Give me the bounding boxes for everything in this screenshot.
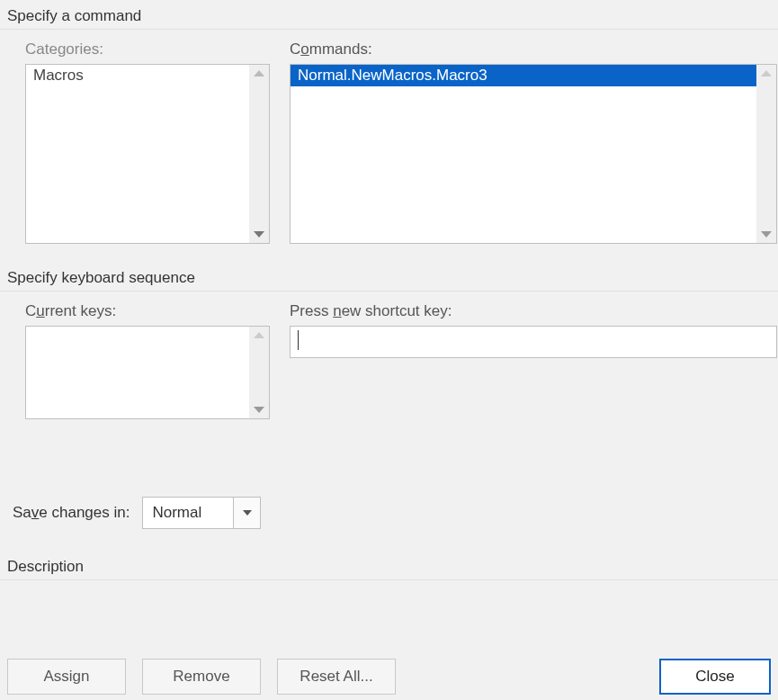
commands-label: Commands: xyxy=(290,40,777,58)
select-dropdown-button[interactable] xyxy=(233,498,260,528)
scrollbar[interactable] xyxy=(756,65,776,243)
scroll-up-icon[interactable] xyxy=(254,332,264,338)
commands-listbox[interactable]: Normal.NewMacros.Macro3 xyxy=(290,64,777,244)
scroll-up-icon[interactable] xyxy=(761,70,772,76)
scroll-down-icon[interactable] xyxy=(254,407,264,413)
reset-all-button[interactable]: Reset All... xyxy=(277,659,396,695)
remove-button[interactable]: Remove xyxy=(142,659,261,695)
divider xyxy=(0,291,778,292)
scroll-down-icon[interactable] xyxy=(254,231,264,238)
divider xyxy=(0,29,778,30)
scrollbar[interactable] xyxy=(249,65,269,243)
divider xyxy=(0,579,778,580)
assign-button[interactable]: Assign xyxy=(7,659,126,695)
new-shortcut-input[interactable] xyxy=(290,326,777,358)
section-specify-sequence: Specify keyboard sequence xyxy=(0,262,778,291)
list-item[interactable]: Macros xyxy=(26,65,269,86)
section-specify-command: Specify a command xyxy=(0,0,778,29)
close-button[interactable]: Close xyxy=(659,659,771,695)
scroll-up-icon[interactable] xyxy=(254,70,264,76)
section-description: Description xyxy=(0,551,778,579)
current-keys-listbox[interactable] xyxy=(25,326,270,419)
scrollbar[interactable] xyxy=(249,327,269,418)
text-caret xyxy=(298,330,299,350)
chevron-down-icon xyxy=(243,510,252,516)
categories-label: Categories: xyxy=(25,40,270,58)
list-item[interactable]: Normal.NewMacros.Macro3 xyxy=(291,65,776,86)
categories-listbox[interactable]: Macros xyxy=(25,64,270,244)
save-changes-select[interactable]: Normal xyxy=(142,497,261,529)
scroll-down-icon[interactable] xyxy=(761,231,772,238)
new-shortcut-label: Press new shortcut key: xyxy=(290,302,777,320)
current-keys-label: Current keys: xyxy=(25,302,270,320)
select-value: Normal xyxy=(143,498,233,528)
save-changes-label: Save changes in: xyxy=(13,504,130,522)
